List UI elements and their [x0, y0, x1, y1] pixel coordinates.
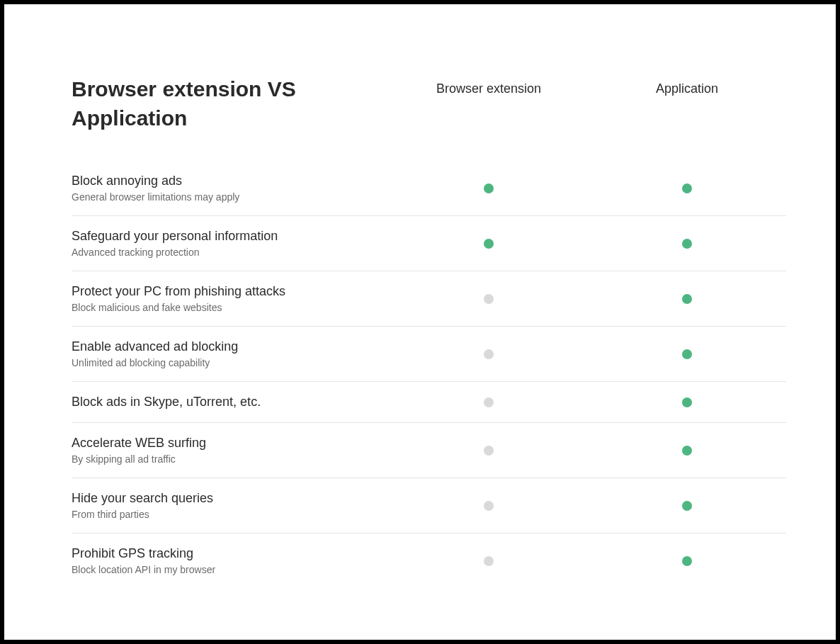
extension-support-cell [390, 349, 588, 359]
extension-support-cell [390, 556, 588, 566]
feature-description: By skipping all ad traffic [72, 453, 390, 465]
application-support-cell [588, 446, 786, 456]
unsupported-icon [484, 556, 494, 566]
feature-row: Hide your search queriesFrom third parti… [72, 478, 786, 533]
comparison-table: Browser extension VS Application Browser… [72, 75, 786, 588]
supported-icon [682, 183, 692, 193]
table-header-row: Browser extension VS Application Browser… [72, 75, 786, 161]
feature-title: Hide your search queries [72, 491, 390, 506]
feature-row: Enable advanced ad blockingUnlimited ad … [72, 327, 786, 382]
feature-text-cell: Prohibit GPS trackingBlock location API … [72, 546, 390, 575]
application-support-cell [588, 397, 786, 407]
page-frame: Browser extension VS Application Browser… [4, 4, 836, 640]
feature-text-cell: Block annoying adsGeneral browser limita… [72, 174, 390, 203]
feature-text-cell: Block ads in Skype, uTorrent, etc. [72, 395, 390, 409]
column-header-extension: Browser extension [390, 75, 588, 98]
extension-support-cell [390, 446, 588, 456]
feature-text-cell: Hide your search queriesFrom third parti… [72, 491, 390, 520]
feature-text-cell: Safeguard your personal informationAdvan… [72, 229, 390, 258]
feature-row: Safeguard your personal informationAdvan… [72, 216, 786, 271]
feature-title: Safeguard your personal information [72, 229, 390, 244]
supported-icon [484, 183, 494, 193]
feature-text-cell: Enable advanced ad blockingUnlimited ad … [72, 339, 390, 368]
feature-title: Accelerate WEB surfing [72, 436, 390, 451]
supported-icon [682, 556, 692, 566]
application-support-cell [588, 501, 786, 511]
application-support-cell [588, 183, 786, 193]
extension-support-cell [390, 397, 588, 407]
feature-row: Block ads in Skype, uTorrent, etc. [72, 382, 786, 423]
supported-icon [682, 501, 692, 511]
feature-row: Prohibit GPS trackingBlock location API … [72, 533, 786, 588]
supported-icon [682, 446, 692, 456]
feature-description: From third parties [72, 509, 390, 520]
feature-description: General browser limitations may apply [72, 191, 390, 203]
feature-row: Protect your PC from phishing attacksBlo… [72, 271, 786, 327]
feature-title: Enable advanced ad blocking [72, 339, 390, 354]
supported-icon [682, 349, 692, 359]
supported-icon [682, 294, 692, 304]
feature-title: Protect your PC from phishing attacks [72, 284, 390, 299]
unsupported-icon [484, 501, 494, 511]
unsupported-icon [484, 294, 494, 304]
application-support-cell [588, 239, 786, 249]
extension-support-cell [390, 239, 588, 249]
feature-description: Advanced tracking protection [72, 247, 390, 258]
supported-icon [682, 239, 692, 249]
column-header-application: Application [588, 75, 786, 98]
unsupported-icon [484, 397, 494, 407]
feature-description: Unlimited ad blocking capability [72, 357, 390, 368]
application-support-cell [588, 556, 786, 566]
application-support-cell [588, 349, 786, 359]
feature-rows-container: Block annoying adsGeneral browser limita… [72, 161, 786, 588]
feature-title: Block ads in Skype, uTorrent, etc. [72, 395, 390, 409]
extension-support-cell [390, 294, 588, 304]
unsupported-icon [484, 349, 494, 359]
application-support-cell [588, 294, 786, 304]
extension-support-cell [390, 501, 588, 511]
extension-support-cell [390, 183, 588, 193]
feature-title: Prohibit GPS tracking [72, 546, 390, 561]
feature-text-cell: Protect your PC from phishing attacksBlo… [72, 284, 390, 313]
feature-title: Block annoying ads [72, 174, 390, 188]
supported-icon [484, 239, 494, 249]
feature-description: Block location API in my browser [72, 564, 390, 575]
feature-text-cell: Accelerate WEB surfingBy skipping all ad… [72, 436, 390, 465]
unsupported-icon [484, 446, 494, 456]
table-title: Browser extension VS Application [72, 75, 390, 132]
feature-description: Block malicious and fake websites [72, 302, 390, 313]
feature-row: Block annoying adsGeneral browser limita… [72, 161, 786, 216]
feature-row: Accelerate WEB surfingBy skipping all ad… [72, 423, 786, 478]
supported-icon [682, 397, 692, 407]
